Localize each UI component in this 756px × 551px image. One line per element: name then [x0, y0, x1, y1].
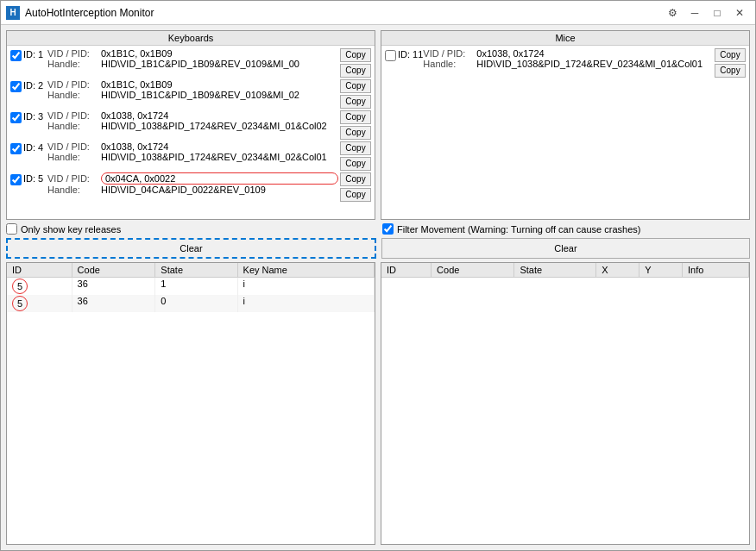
- keyboard-1-id: ID: 1: [23, 48, 47, 59]
- keyboard-2-handle-label: Handle:: [47, 90, 98, 100]
- mice-11-vid-label: VID / PID:: [423, 48, 473, 59]
- keyboard-1-checkbox[interactable]: [10, 50, 22, 61]
- table-row: 5 36 0 i: [7, 295, 375, 312]
- keyboard-4-checkbox[interactable]: [10, 143, 22, 154]
- keyboard-5-checkbox[interactable]: [10, 174, 22, 185]
- mice-11-copy-vid[interactable]: Copy: [715, 48, 746, 62]
- keyboard-3-handle-label: Handle:: [47, 121, 98, 131]
- keyboard-row1-code: 36: [72, 278, 155, 296]
- keyboard-device-2: ID: 2 VID / PID: 0x1B1C, 0x1B09 Handle: …: [9, 78, 373, 110]
- keyboard-4-id: ID: 4: [23, 141, 47, 153]
- keyboard-col-id: ID: [7, 263, 72, 278]
- keyboard-4-copy-handle[interactable]: Copy: [340, 157, 371, 171]
- keyboard-3-info: VID / PID: 0x1038, 0x1724 Handle: HID\VI…: [47, 110, 338, 131]
- keyboard-row2-state: 0: [155, 295, 237, 312]
- keyboard-2-handle-value: HID\VID_1B1C&PID_1B09&REV_0109&MI_02: [101, 90, 338, 100]
- mice-col-y: Y: [639, 263, 683, 278]
- keyboard-3-copy-vid[interactable]: Copy: [340, 110, 371, 124]
- keyboard-4-copy-btns: Copy Copy: [340, 141, 371, 171]
- mice-11-copy-handle[interactable]: Copy: [715, 64, 746, 78]
- keyboard-3-vid-value: 0x1038, 0x1724: [101, 110, 338, 121]
- keyboard-5-copy-handle[interactable]: Copy: [340, 188, 371, 202]
- mice-col-id: ID: [381, 263, 432, 278]
- keyboard-4-vid-label: VID / PID:: [47, 141, 98, 152]
- filter-movement-text: Filter Movement (Warning: Turning off ca…: [397, 224, 640, 235]
- keyboard-4-info: VID / PID: 0x1038, 0x1724 Handle: HID\VI…: [47, 141, 338, 162]
- keyboard-row2-id: 5: [7, 295, 72, 312]
- keyboard-3-copy-handle[interactable]: Copy: [340, 126, 371, 140]
- keyboard-3-copy-btns: Copy Copy: [340, 110, 371, 140]
- keyboard-5-copy-btns: Copy Copy: [340, 172, 371, 202]
- minimize-button[interactable]: ─: [684, 4, 705, 22]
- keyboard-row2-code: 36: [72, 295, 155, 312]
- maximize-button[interactable]: □: [707, 4, 728, 22]
- keyboard-3-id: ID: 3: [23, 110, 47, 122]
- options-row: Only show key releases Filter Movement (…: [6, 223, 750, 235]
- mice-data-panel: ID Code State X Y Info: [381, 262, 750, 545]
- keyboard-1-handle-label: Handle:: [47, 59, 98, 69]
- title-bar-left: H AutoHotInterception Monitor: [6, 6, 154, 20]
- app-icon: H: [6, 6, 20, 20]
- keyboard-3-checkbox[interactable]: [10, 112, 22, 123]
- mice-panel: Mice ID: 11 VID / PID: 0x1038, 0x1724: [381, 30, 750, 220]
- mice-clear-button[interactable]: Clear: [381, 238, 750, 259]
- keyboard-row1-keyname: i: [237, 278, 374, 296]
- main-content: Keyboards ID: 1 VID / PID: 0x1B1C, 0x1B0…: [1, 25, 755, 550]
- keyboard-4-handle-label: Handle:: [47, 152, 98, 162]
- keyboard-2-vid-value: 0x1B1C, 0x1B09: [101, 79, 338, 90]
- only-key-releases-text: Only show key releases: [21, 224, 121, 235]
- keyboard-2-checkbox[interactable]: [10, 81, 22, 92]
- options-left: Only show key releases: [6, 223, 374, 235]
- keyboard-col-state: State: [155, 263, 237, 278]
- mice-11-handle-value: HID\VID_1038&PID_1724&REV_0234&MI_01&Col…: [476, 59, 713, 69]
- mice-col-code: Code: [432, 263, 514, 278]
- data-panels: ID Code State Key Name 5 36 1: [6, 262, 750, 545]
- keyboard-4-handle-value: HID\VID_1038&PID_1724&REV_0234&MI_02&Col…: [101, 152, 338, 162]
- mice-11-copy-btns: Copy Copy: [715, 48, 746, 78]
- window-title: AutoHotInterception Monitor: [25, 7, 154, 19]
- keyboard-1-copy-btns: Copy Copy: [340, 48, 371, 78]
- mice-11-vid-value: 0x1038, 0x1724: [476, 48, 713, 59]
- keyboard-5-info: VID / PID: 0x04CA, 0x0022 Handle: HID\VI…: [47, 172, 338, 195]
- close-button[interactable]: ✕: [729, 4, 750, 22]
- keyboard-5-id: ID: 5: [23, 172, 47, 184]
- keyboard-row2-keyname: i: [237, 295, 374, 312]
- mice-device-list: ID: 11 VID / PID: 0x1038, 0x1724 Handle:…: [381, 46, 749, 219]
- keyboard-5-copy-vid[interactable]: Copy: [340, 172, 371, 186]
- keyboard-device-5: ID: 5 VID / PID: 0x04CA, 0x0022 Handle: …: [9, 172, 373, 203]
- keyboard-1-vid-label: VID / PID:: [47, 48, 98, 59]
- mice-col-x: X: [596, 263, 639, 278]
- keyboard-row1-id: 5: [7, 278, 72, 296]
- keyboard-device-3: ID: 3 VID / PID: 0x1038, 0x1724 Handle: …: [9, 110, 373, 141]
- keyboard-device-4: ID: 4 VID / PID: 0x1038, 0x1724 Handle: …: [9, 141, 373, 172]
- keyboards-header: Keyboards: [7, 31, 375, 46]
- keyboard-device-1: ID: 1 VID / PID: 0x1B1C, 0x1B09 Handle: …: [9, 47, 373, 78]
- keyboard-2-copy-vid[interactable]: Copy: [340, 79, 371, 93]
- keyboard-1-copy-handle[interactable]: Copy: [340, 64, 371, 78]
- keyboard-1-vid-value: 0x1B1C, 0x1B09: [101, 48, 338, 59]
- keyboards-clear-button[interactable]: Clear: [6, 238, 376, 259]
- keyboard-4-vid-value: 0x1038, 0x1724: [101, 141, 338, 152]
- keyboard-3-vid-label: VID / PID:: [47, 110, 98, 121]
- filter-movement-checkbox[interactable]: [382, 223, 394, 235]
- keyboard-data-panel: ID Code State Key Name 5 36 1: [6, 262, 375, 545]
- top-panels: Keyboards ID: 1 VID / PID: 0x1B1C, 0x1B0…: [6, 30, 750, 220]
- keyboard-5-vid-label: VID / PID:: [47, 173, 98, 184]
- main-window: H AutoHotInterception Monitor ⚙ ─ □ ✕ Ke…: [0, 0, 756, 551]
- keyboard-2-id: ID: 2: [23, 79, 47, 91]
- mice-col-info: Info: [683, 263, 749, 278]
- mice-data-table: ID Code State X Y Info: [381, 263, 749, 278]
- filter-movement-label[interactable]: Filter Movement (Warning: Turning off ca…: [382, 223, 640, 235]
- only-key-releases-checkbox[interactable]: [6, 223, 17, 235]
- mice-11-id: ID: 11: [398, 48, 423, 59]
- mice-11-info: VID / PID: 0x1038, 0x1724 Handle: HID\VI…: [423, 48, 713, 69]
- keyboard-2-info: VID / PID: 0x1B1C, 0x1B09 Handle: HID\VI…: [47, 79, 338, 100]
- keyboard-3-handle-value: HID\VID_1038&PID_1724&REV_0234&MI_01&Col…: [101, 121, 338, 131]
- mice-11-checkbox[interactable]: [385, 50, 396, 61]
- keyboard-col-keyname: Key Name: [237, 263, 374, 278]
- keyboard-1-copy-vid[interactable]: Copy: [340, 48, 371, 62]
- keyboard-4-copy-vid[interactable]: Copy: [340, 141, 371, 155]
- settings-button[interactable]: ⚙: [662, 4, 683, 22]
- only-key-releases-label[interactable]: Only show key releases: [6, 223, 121, 235]
- keyboard-2-copy-handle[interactable]: Copy: [340, 95, 371, 109]
